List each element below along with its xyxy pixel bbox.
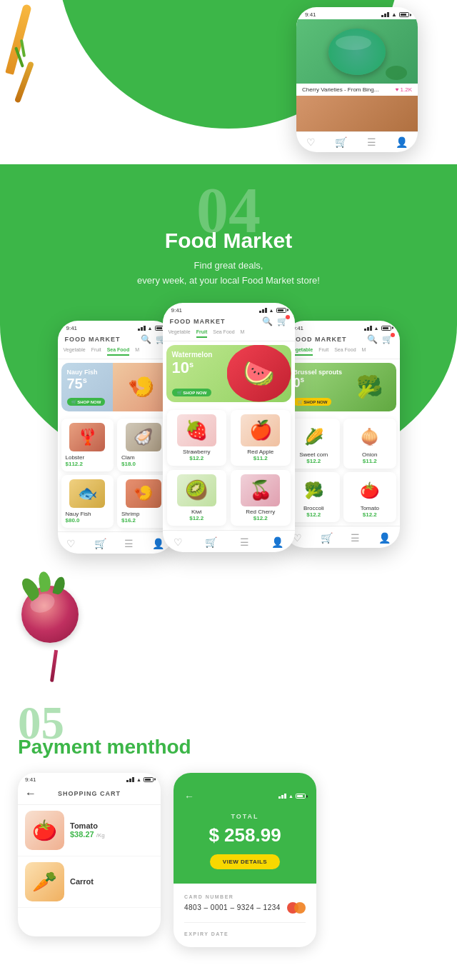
phone-vegetable: 9:41 ▲ FOOD MARKET 🔍 🛒 Vegetable Fruit S… [284,321,400,548]
product-redapple[interactable]: 🍎 Red Apple $11.2 [231,410,291,466]
top-phone: 9:41 ▲ Cherry Varieties - From Bing... ♥… [296,7,418,152]
cart-item-carrot[interactable]: 🥕 Carrot [18,856,161,908]
food-market-section: 04 Food Market Find great deals, every w… [0,164,457,682]
tab-seafood[interactable]: Sea Food [107,347,130,356]
broccoli-name: Broccoli [303,505,323,511]
total-label: TOTAL [184,813,306,820]
onion-price: $11.2 [363,458,377,464]
kiwi-price: $12.2 [189,515,204,521]
payment-section: 05 Payment menthod 9:41 ▲ ← SHOPPING CAR… [0,682,457,969]
product-broccoli[interactable]: 🥦 Broccoli $12.2 [288,472,341,522]
product-lobster[interactable]: 🦞 Lobster $112.2 [61,419,114,471]
payment-step: 05 [18,700,439,746]
strawberry-name: Strawberry [183,449,211,455]
broccoli-price: $12.2 [306,511,321,518]
product-redcherry[interactable]: 🍒 Red Cherry $12.2 [231,470,291,526]
tab-vegetable[interactable]: Vegetable [64,347,86,356]
ftab-seafood[interactable]: Sea Food [213,329,234,338]
redapple-price: $11.2 [253,455,268,461]
payment-phones: 9:41 ▲ ← SHOPPING CART 🍅 Tomato $38.27 [18,773,439,947]
product-nauyfish[interactable]: 🐟 Nauy Fish $80.0 [61,475,114,528]
vtab-seafood[interactable]: Sea Food [334,347,356,356]
vtab-more[interactable]: M [362,347,366,356]
onion-name: Onion [362,451,377,458]
cherry-title: Cherry Varieties - From Bing... [302,86,378,93]
top-section: 9:41 ▲ Cherry Varieties - From Bing... ♥… [0,0,457,164]
tomato-name: Tomato [361,505,379,511]
seafood-time: 9:41 [66,325,78,331]
carrot-decoration [0,0,43,57]
food-market-header: 04 Food Market Find great deals, every w… [0,164,457,289]
product-sweetcorn[interactable]: 🌽 Sweet corn $12.2 [288,419,341,469]
fruit-bottom-nav: ♡🛒☰👤 [163,530,295,552]
product-onion[interactable]: 🧅 Onion $11.2 [343,419,396,469]
redcherry-name: Red Cherry [246,509,275,515]
expiry-label: EXPIRY DATE [184,931,306,936]
status-time: 9:41 [305,11,316,18]
likes-count: ♥1.2K [396,86,412,93]
veg-bottom-nav: ♡🛒☰👤 [284,526,400,548]
redapple-name: Red Apple [247,449,273,455]
cart-item-tomato[interactable]: 🍅 Tomato $38.27 /Kg [18,805,161,856]
cart-time: 9:41 [25,776,36,783]
card-number-label: CARD NUMBER [184,894,306,899]
strawberry-price: $12.2 [189,455,204,461]
cart-title: SHOPPING CART [58,790,121,797]
fruit-time: 9:41 [171,307,183,314]
veg-app-name: FOOD MARKET [291,336,347,343]
search-icon[interactable]: 🔍 [367,334,378,344]
kiwi-name: Kiwi [191,509,202,515]
product-strawberry[interactable]: 🍓 Strawberry $12.2 [167,410,227,466]
search-icon[interactable]: 🔍 [262,316,273,326]
cart-phone: 9:41 ▲ ← SHOPPING CART 🍅 Tomato $38.27 [18,773,161,936]
back-arrow[interactable]: ← [25,787,36,800]
ftab-more[interactable]: M [241,329,245,338]
total-back-arrow[interactable]: ← [184,791,194,802]
tab-fruit[interactable]: Fruit [91,347,101,356]
phones-showcase: 9:41 ▲ FOOD MARKET 🔍 🛒 Vegetable Fruit S… [0,289,457,568]
card-number: 4803 – 0001 – 9324 – 1234 [184,904,281,911]
seafood-app-name: FOOD MARKET [65,336,121,343]
cart-item-price: $38.27 [70,830,94,839]
cart-item-unit: /Kg [96,832,105,839]
ftab-vegetable[interactable]: Vegetable [169,329,191,338]
total-phone: ← ▲ TOTAL $ 258.99 VIEW DETAILS CARD NUM… [174,773,316,947]
tab-more[interactable]: M [135,347,139,356]
phone-fruit: 9:41 ▲ FOOD MARKET 🔍 🛒 Vegetable Fruit S… [163,303,295,552]
tomato-price: $12.2 [363,511,377,518]
cart-carrot-name: Carrot [70,877,154,886]
product-clam[interactable]: 🦪 Clam $18.0 [117,419,170,471]
cart-icon[interactable]: 🛒 [277,316,288,326]
fruit-app-name: FOOD MARKET [170,318,226,325]
sweetcorn-price: $12.2 [306,458,321,464]
cart-item-name: Tomato [70,821,154,830]
product-shrimp[interactable]: 🍤 Shrimp $16.2 [117,475,170,528]
vtab-fruit[interactable]: Fruit [318,347,328,356]
section-title: Food Market [14,229,443,253]
view-details-btn[interactable]: VIEW DETAILS [210,854,280,869]
search-icon[interactable]: 🔍 [141,334,151,344]
redcherry-price: $12.2 [253,515,268,521]
phone-seafood: 9:41 ▲ FOOD MARKET 🔍 🛒 Vegetable Fruit S… [58,321,174,554]
seafood-bottom-nav: ♡🛒☰👤 [58,531,174,554]
cart-icon[interactable]: 🛒 [382,334,393,344]
total-amount: $ 258.99 [184,824,306,846]
product-kiwi[interactable]: 🥝 Kiwi $12.2 [167,470,227,526]
ftab-fruit[interactable]: Fruit [196,329,208,338]
phone-bottom-nav: ♡ 🛒 ☰ 👤 [296,131,418,152]
product-tomato[interactable]: 🍅 Tomato $12.2 [343,472,396,522]
section-desc: Find great deals, every week, at your lo… [14,259,443,289]
sweetcorn-name: Sweet corn [299,451,328,458]
radish-decoration [0,568,457,682]
